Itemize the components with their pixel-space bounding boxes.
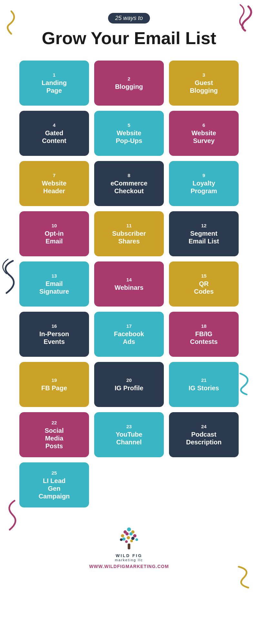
tile-7: 7WebsiteHeader xyxy=(19,161,89,206)
svg-point-9 xyxy=(122,537,125,541)
tile-label-11: SubscriberShares xyxy=(112,230,146,245)
tile-number-8: 8 xyxy=(128,173,130,178)
tiles-grid: 1LandingPage2Blogging3GuestBlogging4Gate… xyxy=(0,54,258,514)
tile-17: 17FacebookAds xyxy=(94,312,164,357)
svg-point-7 xyxy=(129,532,133,535)
header-area: 25 ways to Grow Your Email List xyxy=(0,0,258,54)
tile-label-25: LI LeadGenCampaign xyxy=(39,477,70,500)
tile-label-24: PodcastDescription xyxy=(186,431,222,446)
tile-number-25: 25 xyxy=(52,470,57,476)
tile-label-1: LandingPage xyxy=(42,79,67,94)
svg-point-12 xyxy=(120,538,123,541)
tile-18: 18FB/IGContests xyxy=(169,312,239,357)
brand-name: WILD FIG xyxy=(116,553,143,558)
tile-25: 25LI LeadGenCampaign xyxy=(19,462,89,507)
tile-number-24: 24 xyxy=(201,424,207,429)
tile-label-10: Opt-inEmail xyxy=(45,230,64,245)
svg-point-5 xyxy=(121,534,124,537)
tile-label-19: FB Page xyxy=(41,384,67,392)
tile-label-17: FacebookAds xyxy=(114,330,144,346)
svg-point-14 xyxy=(125,540,128,543)
tile-number-10: 10 xyxy=(52,223,57,228)
tile-number-2: 2 xyxy=(128,76,130,81)
tile-13: 13EmailSignature xyxy=(19,261,89,307)
tile-number-16: 16 xyxy=(52,323,57,329)
tile-12: 12SegmentEmail List xyxy=(169,211,239,256)
tile-number-14: 14 xyxy=(126,277,132,282)
tile-number-23: 23 xyxy=(126,424,132,429)
brand-sub: marketing llc xyxy=(115,558,143,562)
tile-number-6: 6 xyxy=(203,122,205,128)
tile-number-18: 18 xyxy=(201,323,207,329)
svg-point-13 xyxy=(135,538,138,541)
footer-area: WILD FIG marketing llc WWW.WILDFIGMARKET… xyxy=(0,514,258,579)
tile-number-7: 7 xyxy=(53,173,55,178)
svg-rect-0 xyxy=(128,544,130,549)
tile-20: 20IG Profile xyxy=(94,362,164,407)
tile-number-15: 15 xyxy=(201,273,207,279)
svg-point-15 xyxy=(130,540,133,542)
svg-point-10 xyxy=(127,536,130,539)
tile-number-9: 9 xyxy=(203,173,205,178)
tile-label-8: eCommerceCheckout xyxy=(111,179,148,195)
tile-14: 14Webinars xyxy=(94,261,164,307)
tile-number-3: 3 xyxy=(203,72,205,78)
tile-5: 5WebsitePop-Ups xyxy=(94,111,164,156)
tag-pill: 25 ways to xyxy=(108,13,150,24)
tile-label-18: FB/IGContests xyxy=(190,330,218,346)
tile-label-16: In-PersonEvents xyxy=(39,330,69,346)
tile-label-21: IG Stories xyxy=(189,384,219,392)
tile-16: 16In-PersonEvents xyxy=(19,312,89,357)
page-wrapper: 25 ways to Grow Your Email List 1Landing… xyxy=(0,0,258,592)
tile-22: 22SocialMediaPosts xyxy=(19,412,89,457)
tile-label-7: WebsiteHeader xyxy=(42,179,66,195)
tile-21: 21IG Stories xyxy=(169,362,239,407)
tile-label-15: QRCodes xyxy=(194,280,213,295)
tile-number-22: 22 xyxy=(52,420,57,425)
tile-24: 24PodcastDescription xyxy=(169,412,239,457)
tile-label-5: WebsitePop-Ups xyxy=(116,129,142,145)
tile-4: 4GatedContent xyxy=(19,111,89,156)
tile-15: 15QRCodes xyxy=(169,261,239,307)
tile-number-12: 12 xyxy=(201,223,207,228)
tile-number-20: 20 xyxy=(126,377,132,383)
tile-label-20: IG Profile xyxy=(115,384,144,392)
tile-number-13: 13 xyxy=(52,273,57,279)
tile-label-6: WebsiteSurvey xyxy=(192,129,216,145)
tile-label-3: GuestBlogging xyxy=(190,79,218,94)
logo-area: WILD FIG marketing llc WWW.WILDFIGMARKET… xyxy=(19,524,239,569)
tile-number-5: 5 xyxy=(128,122,130,128)
tile-9: 9LoyaltyProgram xyxy=(169,161,239,206)
tile-number-17: 17 xyxy=(126,323,132,329)
tile-label-4: GatedContent xyxy=(42,129,66,145)
tile-19: 19FB Page xyxy=(19,362,89,407)
tile-2: 2Blogging xyxy=(94,61,164,106)
tile-label-12: SegmentEmail List xyxy=(189,230,219,245)
tile-number-4: 4 xyxy=(53,122,55,128)
tile-8: 8eCommerceCheckout xyxy=(94,161,164,206)
tile-10: 10Opt-inEmail xyxy=(19,211,89,256)
tile-6: 6WebsiteSurvey xyxy=(169,111,239,156)
tile-label-14: Webinars xyxy=(114,284,144,291)
tile-label-9: LoyaltyProgram xyxy=(191,179,217,195)
tile-3: 3GuestBlogging xyxy=(169,61,239,106)
tile-number-21: 21 xyxy=(201,377,207,383)
tile-label-23: YouTubeChannel xyxy=(116,431,143,446)
brand-logo xyxy=(110,524,148,553)
website-url: WWW.WILDFIGMARKETING.COM xyxy=(89,564,169,569)
tile-11: 11SubscriberShares xyxy=(94,211,164,256)
svg-point-11 xyxy=(131,537,134,540)
main-title: Grow Your Email List xyxy=(19,29,239,48)
svg-point-2 xyxy=(127,527,131,531)
tile-number-11: 11 xyxy=(126,223,132,228)
tile-23: 23YouTubeChannel xyxy=(94,412,164,457)
svg-point-6 xyxy=(125,532,129,535)
tile-number-19: 19 xyxy=(52,377,57,383)
tile-label-13: EmailSignature xyxy=(39,280,69,295)
tile-number-1: 1 xyxy=(53,72,55,78)
tile-label-2: Blogging xyxy=(115,83,143,90)
svg-point-8 xyxy=(133,534,136,537)
tile-1: 1LandingPage xyxy=(19,61,89,106)
tile-label-22: SocialMediaPosts xyxy=(45,427,64,450)
